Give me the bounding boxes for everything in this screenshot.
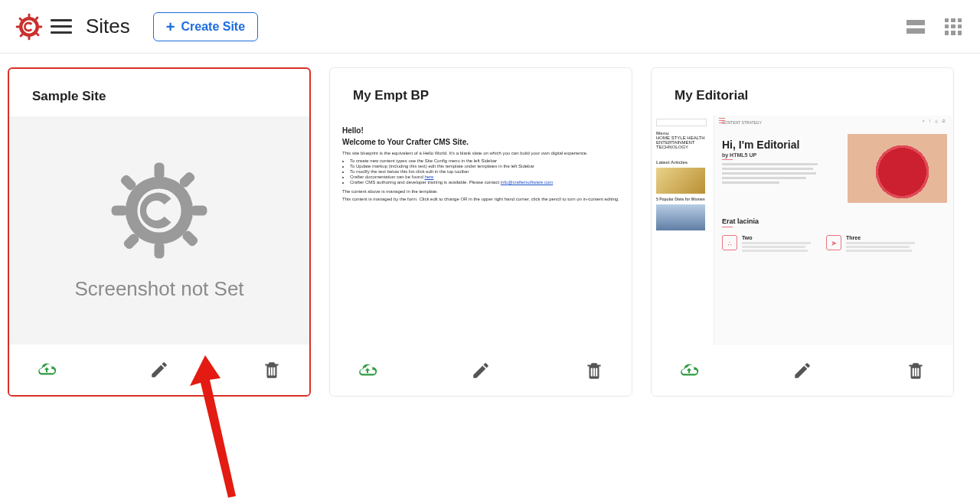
svg-rect-1 [28,36,31,40]
doc-heading-2: Welcome to Your Crafter CMS Site. [342,138,619,146]
site-card-actions [652,345,953,396]
site-card-title: My Editorial [652,68,953,116]
publish-icon[interactable] [678,359,701,382]
feature-title: Three [846,235,915,240]
doc-bullet: Crafter documentation can be found here [350,175,619,179]
create-site-label: Create Site [181,20,246,34]
people-icon: ⛬ [722,235,737,250]
editorial-thumb [656,168,705,194]
preview-document: Hello! Welcome to Your Crafter CMS Site.… [330,116,632,345]
svg-rect-3 [38,25,42,28]
svg-rect-10 [112,205,128,215]
pencil-icon[interactable] [791,359,814,382]
svg-rect-0 [28,13,31,17]
doc-link-here: here [424,175,433,179]
gear-icon [109,161,209,263]
doc-bullet: To modify the text below this list click… [350,169,619,174]
site-card-preview: Menu HOME STYLE HEALTH ENTERTAINMENT TEC… [652,116,953,345]
header-view-toggle [906,18,962,35]
trash-icon[interactable] [904,359,927,382]
sites-grid: Sample Site [0,54,980,410]
site-card-my-empt-bp[interactable]: My Empt BP Hello! Welcome to Your Crafte… [329,67,632,397]
site-card-title: Sample Site [9,69,309,116]
paper-plane-icon: ➤ [826,235,841,250]
accent-underline [722,227,733,227]
doc-bullet: Crafter CMS authoring and developer trai… [350,180,619,185]
hero-image [848,134,947,203]
site-card-title: My Empt BP [330,68,632,116]
pencil-icon[interactable] [148,358,171,381]
site-card-sample-site[interactable]: Sample Site [8,67,311,397]
editorial-paragraph [722,163,818,184]
doc-paragraph: The content above is managed in the temp… [342,189,619,194]
doc-bullet-list: To create new content types use the Site… [350,158,619,185]
search-input [656,119,707,126]
editorial-crumb: CONTENT STRATEGY [722,120,946,125]
preview-editorial: Menu HOME STYLE HEALTH ENTERTAINMENT TEC… [652,116,953,345]
editorial-nav-item: TECHNOLOGY [656,145,688,149]
site-card-actions [330,345,632,396]
editorial-articles-heading: Latest Articles [656,160,709,165]
doc-bullet: To create new content types use the Site… [350,158,619,163]
social-icons: ✦ f ◎ ⦿ [922,119,947,123]
hamburger-icon [719,118,725,125]
create-site-button[interactable]: + Create Site [153,12,258,41]
menu-icon[interactable] [51,16,72,38]
feature-item: ⛬ Two [722,235,811,253]
svg-rect-11 [191,205,207,215]
editorial-section-heading: Erat lacinia [722,217,946,225]
header-bar: Sites + Create Site [0,0,980,54]
site-card-preview: Screenshot not Set [9,116,309,345]
view-grid-icon[interactable] [945,18,962,35]
site-card-preview: Hello! Welcome to Your Crafter CMS Site.… [330,116,632,345]
pencil-icon[interactable] [469,359,492,382]
editorial-main: CONTENT STRATEGY ✦ f ◎ ⦿ Hi, I'm Editori… [714,116,953,345]
svg-rect-2 [16,25,20,28]
doc-bullet: To Update markup (including this text) e… [350,164,619,168]
publish-icon[interactable] [35,358,58,381]
publish-icon[interactable] [356,359,379,382]
svg-rect-8 [155,162,165,178]
app-logo-icon [15,13,43,41]
editorial-features: ⛬ Two ➤ Three [722,235,946,253]
plus-icon: + [166,19,175,34]
doc-heading-1: Hello! [342,126,619,135]
feature-title: Two [742,235,811,240]
feature-item: ➤ Three [826,235,915,253]
view-list-icon[interactable] [906,19,925,34]
trash-icon[interactable] [583,359,606,382]
doc-link-email: info@craftersoftware.com [501,180,553,185]
editorial-popular-heading: 5 Popular Diets for Women [656,197,709,201]
editorial-sidebar: Menu HOME STYLE HEALTH ENTERTAINMENT TEC… [652,116,714,345]
preview-placeholder-text: Screenshot not Set [74,277,243,301]
site-card-actions [9,345,309,395]
page-title: Sites [86,15,130,38]
accent-underline [722,159,733,160]
site-card-my-editorial[interactable]: My Editorial Menu HOME STYLE HEALTH ENTE… [651,67,954,397]
doc-paragraph: This site blueprint is the equivalent of… [342,151,619,155]
doc-paragraph: This content is managed by the form. Cli… [342,197,619,201]
editorial-thumb [656,204,705,230]
svg-rect-9 [155,242,165,258]
trash-icon[interactable] [260,358,283,381]
